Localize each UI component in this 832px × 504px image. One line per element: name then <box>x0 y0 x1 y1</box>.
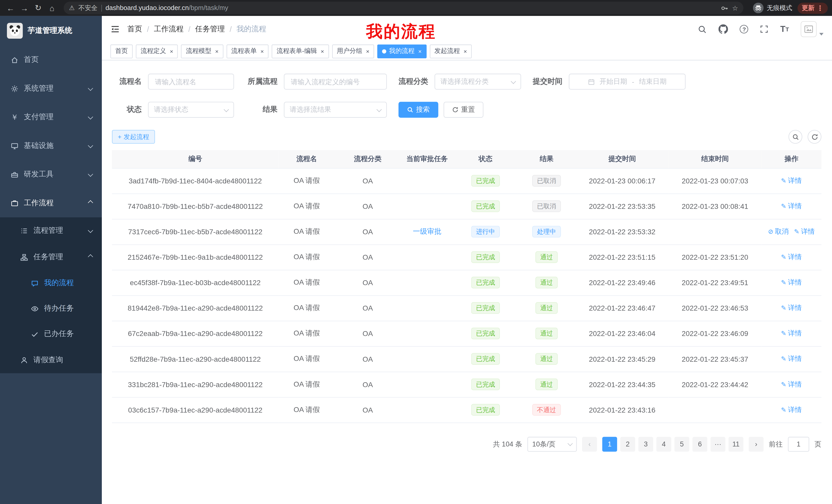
page-button[interactable]: 6 <box>693 437 707 452</box>
sidebar-item-system[interactable]: 系统管理 <box>0 74 102 103</box>
detail-link[interactable]: ✎详情 <box>794 227 815 236</box>
reload-icon[interactable]: ↻ <box>32 2 45 15</box>
search-button[interactable]: 搜索 <box>398 102 438 118</box>
sidebar-item-leave-query[interactable]: 请假查询 <box>0 347 102 373</box>
sidebar-item-process-management[interactable]: 流程管理 <box>0 217 102 244</box>
tab-start-process[interactable]: 发起流程× <box>430 44 472 58</box>
page-size-select[interactable]: 10条/页 <box>527 437 577 452</box>
search-icon[interactable] <box>698 25 707 34</box>
reset-button[interactable]: 重置 <box>443 102 483 118</box>
filter-process-owner: 所属流程 <box>246 74 387 90</box>
sidebar-item-devtools[interactable]: 研发工具 <box>0 160 102 189</box>
cell-end-time: 2022-01-23 00:07:03 <box>669 168 761 193</box>
detail-link[interactable]: ✎详情 <box>781 278 802 287</box>
page-button[interactable]: 3 <box>639 437 653 452</box>
close-icon[interactable]: × <box>260 48 264 54</box>
sidebar-item-done-tasks[interactable]: 已办任务 <box>0 321 102 347</box>
status-select[interactable]: 请选择状态 <box>148 102 234 118</box>
next-page-button[interactable]: › <box>749 437 763 452</box>
edit-icon: ✎ <box>781 202 786 210</box>
sidebar-item-task-management[interactable]: 任务管理 <box>0 244 102 270</box>
cell-status: 进行中 <box>454 219 518 244</box>
page-button[interactable]: 4 <box>656 437 671 452</box>
detail-link[interactable]: ✎详情 <box>781 380 802 389</box>
detail-link[interactable]: ✎详情 <box>781 329 802 338</box>
close-icon[interactable]: × <box>464 48 467 54</box>
page-button-current[interactable]: 1 <box>602 437 617 452</box>
bookmark-star-icon[interactable]: ☆ <box>732 4 738 12</box>
close-icon[interactable]: × <box>215 48 218 54</box>
sidebar-item-todo-tasks[interactable]: 待办任务 <box>0 296 102 321</box>
result-select[interactable]: 请选择流结果 <box>284 102 387 118</box>
key-icon[interactable] <box>721 4 728 12</box>
sidebar-fold-icon[interactable] <box>110 24 120 34</box>
close-icon[interactable]: × <box>170 48 173 54</box>
link-label: 详情 <box>801 227 815 236</box>
close-icon[interactable]: × <box>418 48 422 54</box>
breadcrumb-item[interactable]: 首页 <box>127 24 142 34</box>
page-content: 流程名 所属流程 流程分类 请选择流程分类 <box>102 60 832 504</box>
filter-process-name: 流程名 <box>112 74 234 90</box>
page-button[interactable]: 5 <box>674 437 689 452</box>
end-date-placeholder: 结束日期 <box>639 77 667 86</box>
cell-end-time: 2022-01-22 23:51:20 <box>669 244 761 270</box>
tab-process-form-edit[interactable]: 流程表单-编辑× <box>272 44 329 58</box>
tab-home[interactable]: 首页 <box>110 44 133 58</box>
goto-page-input[interactable] <box>788 437 809 452</box>
forward-icon[interactable]: → <box>18 2 31 15</box>
fullscreen-icon[interactable] <box>760 25 769 33</box>
breadcrumb-item[interactable]: 任务管理 <box>195 24 225 34</box>
tab-my-process[interactable]: 我的流程× <box>378 44 426 58</box>
home-icon[interactable]: ⌂ <box>46 2 58 15</box>
task-link[interactable]: 一级审批 <box>413 227 441 235</box>
github-icon[interactable] <box>719 24 728 34</box>
cell-name: OA 请假 <box>279 270 335 295</box>
status-badge: 已完成 <box>471 277 500 288</box>
category-select[interactable]: 请选择流程分类 <box>435 74 521 90</box>
sidebar-item-payment[interactable]: ￥ 支付管理 <box>0 103 102 131</box>
sidebar-item-workflow[interactable]: 工作流程 <box>0 189 102 217</box>
font-size-icon[interactable]: TT <box>780 24 789 34</box>
detail-link[interactable]: ✎详情 <box>781 176 802 186</box>
date-range-picker[interactable]: 开始日期 - 结束日期 <box>569 74 685 90</box>
sidebar-item-home[interactable]: 首页 <box>0 46 102 74</box>
process-name-input[interactable] <box>148 74 234 90</box>
sidebar-item-label: 基础设施 <box>24 141 54 150</box>
detail-link[interactable]: ✎详情 <box>781 354 802 364</box>
page-button[interactable]: 2 <box>620 437 635 452</box>
tab-process-model[interactable]: 流程模型× <box>181 44 224 58</box>
sidebar: 芋道管理系统 首页 系统管理 ￥ 支付管理 基础设施 <box>0 16 102 504</box>
cell-end-time <box>669 219 761 244</box>
home-icon <box>10 56 19 64</box>
prev-page-button[interactable]: ‹ <box>582 437 597 452</box>
tab-process-form[interactable]: 流程表单× <box>227 44 269 58</box>
page-button[interactable]: 11 <box>729 437 744 452</box>
sidebar-item-my-process[interactable]: 我的流程 <box>0 271 102 296</box>
user-avatar-menu[interactable] <box>801 21 824 37</box>
detail-link[interactable]: ✎详情 <box>781 201 802 211</box>
browser-menu-icon[interactable]: ⋮ <box>816 4 824 12</box>
help-icon[interactable]: ? <box>740 25 749 33</box>
close-icon[interactable]: × <box>366 48 369 54</box>
start-process-button[interactable]: + 发起流程 <box>112 130 155 144</box>
app-logo-row[interactable]: 芋道管理系统 <box>0 16 102 46</box>
tab-label: 流程定义 <box>141 47 166 56</box>
search-toggle-button[interactable] <box>788 130 802 144</box>
detail-link[interactable]: ✎详情 <box>781 405 802 415</box>
detail-link[interactable]: ✎详情 <box>781 303 802 313</box>
breadcrumb-item[interactable]: 工作流程 <box>154 24 184 34</box>
tab-user-group[interactable]: 用户分组× <box>332 44 374 58</box>
process-definition-input[interactable] <box>284 74 387 90</box>
browser-update-button[interactable]: 更新 ⋮ <box>798 2 828 13</box>
back-icon[interactable]: ← <box>4 2 17 15</box>
refresh-button[interactable] <box>808 130 822 144</box>
more-pages-button[interactable]: ··· <box>710 437 725 452</box>
close-icon[interactable]: × <box>321 48 324 54</box>
tab-process-definition[interactable]: 流程定义× <box>136 44 178 58</box>
detail-link[interactable]: ✎详情 <box>781 252 802 262</box>
cancel-link[interactable]: ⊘取消 <box>768 227 789 236</box>
address-bar[interactable]: ⚠ 不安全 dashboard.yudao.iocoder.cn/bpm/tas… <box>64 2 744 15</box>
incognito-profile[interactable]: 无痕模式 <box>753 3 792 13</box>
sidebar-item-infrastructure[interactable]: 基础设施 <box>0 132 102 160</box>
cell-end-time: 2022-01-22 23:44:42 <box>669 372 761 397</box>
